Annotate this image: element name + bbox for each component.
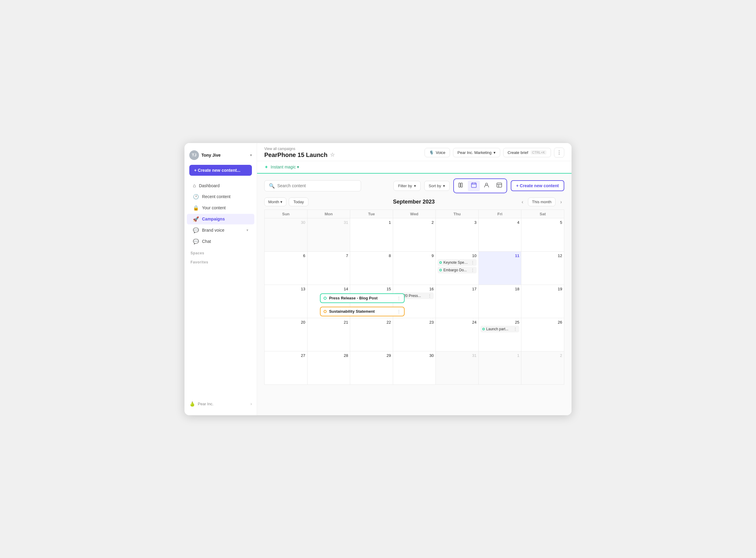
next-month-button[interactable]: › xyxy=(558,198,564,207)
svg-rect-0 xyxy=(459,183,460,187)
view-table-button[interactable] xyxy=(493,180,505,192)
filter-chevron-icon: ▾ xyxy=(414,184,416,188)
user-menu[interactable]: TJ Tony Jive ▾ xyxy=(184,148,257,165)
calendar-day: 28 xyxy=(307,351,350,384)
day-number: 9 xyxy=(395,253,434,258)
sidebar-item-recent-content[interactable]: 🕐 Recent content xyxy=(187,192,254,202)
day-number: 31 xyxy=(438,353,476,358)
view-toggle xyxy=(453,178,507,193)
breadcrumb[interactable]: View all campaigns xyxy=(264,147,335,151)
calendar-week-row: 27 28 29 30 31 1 2 xyxy=(265,351,564,384)
calendar-event[interactable]: Embargo Do... ⋮ xyxy=(438,267,476,273)
search-input[interactable] xyxy=(277,183,357,188)
prev-month-button[interactable]: ‹ xyxy=(519,198,526,207)
calendar-header-row: Sun Mon Tue Wed Thu Fri Sat xyxy=(265,210,564,218)
person-icon xyxy=(484,182,490,188)
view-person-button[interactable] xyxy=(480,180,493,192)
create-new-content-button[interactable]: + Create new content... xyxy=(189,165,252,176)
voice-button[interactable]: 🎙️ Voice xyxy=(424,148,450,157)
org-selector-button[interactable]: Pear Inc. Marketing ▾ xyxy=(453,148,500,157)
header-wed: Wed xyxy=(393,210,436,218)
filter-by-button[interactable]: Filter by ▾ xyxy=(393,181,420,191)
calendar-day: 31 xyxy=(307,218,350,251)
create-new-content-button[interactable]: + Create new content xyxy=(511,180,564,191)
day-number: 13 xyxy=(266,287,306,291)
sidebar-item-label: Your content xyxy=(202,205,226,210)
day-number: 26 xyxy=(523,320,562,325)
page-title-row: PearPhone 15 Launch ☆ xyxy=(264,152,335,158)
day-number: 17 xyxy=(438,287,476,291)
top-bar-left: View all campaigns PearPhone 15 Launch ☆ xyxy=(264,147,335,158)
day-number: 21 xyxy=(309,320,348,325)
sidebar-item-campaigns[interactable]: 🚀 Campaigns xyxy=(187,214,254,224)
day-number: 7 xyxy=(309,253,348,258)
sort-by-button[interactable]: Sort by ▾ xyxy=(424,181,450,191)
magic-bar: ✦ Instant magic ▾ xyxy=(257,161,572,174)
filter-label: Filter by xyxy=(398,184,412,188)
favorite-star-icon[interactable]: ☆ xyxy=(330,152,335,158)
event-more-icon[interactable]: ⋮ xyxy=(471,268,475,273)
day-number: 11 xyxy=(480,253,520,258)
sidebar-item-chat[interactable]: 💬 Chat xyxy=(187,236,254,247)
view-columns-button[interactable] xyxy=(455,180,467,192)
event-more-icon[interactable]: ⋮ xyxy=(397,309,401,314)
sort-label: Sort by xyxy=(429,184,441,188)
press-release-event[interactable]: Press Release - Blog Post ⋮ xyxy=(320,294,405,303)
workspace-name: Pear Inc. xyxy=(198,402,213,406)
header-sun: Sun xyxy=(265,210,308,218)
brand-voice-icon: 💬 xyxy=(193,227,199,233)
calendar-day: 30 xyxy=(265,218,308,251)
event-more-icon[interactable]: ⋮ xyxy=(471,260,475,265)
today-button[interactable]: Today xyxy=(289,198,309,206)
calendar-day: 22 xyxy=(350,318,393,351)
recent-icon: 🕐 xyxy=(193,194,199,200)
calendar-day: 23 xyxy=(393,318,436,351)
day-number: 6 xyxy=(266,253,306,258)
sidebar-item-your-content[interactable]: 🔒 Your content xyxy=(187,203,254,213)
view-calendar-button[interactable] xyxy=(468,180,480,192)
sidebar-item-dashboard[interactable]: ⌂ Dashboard xyxy=(187,181,254,191)
day-number: 8 xyxy=(352,253,391,258)
event-more-icon[interactable]: ⋮ xyxy=(397,296,401,301)
microphone-icon: 🎙️ xyxy=(429,150,434,155)
day-number: 12 xyxy=(523,253,562,258)
instant-magic-button[interactable]: Instant magic ▾ xyxy=(271,164,299,169)
create-brief-label: Create brief xyxy=(508,150,528,155)
day-number: 15 xyxy=(352,287,391,291)
username: Tony Jive xyxy=(201,153,221,157)
search-icon: 🔍 xyxy=(269,183,275,189)
event-label: Keynote Speech xyxy=(443,260,469,264)
calendar-day-today: 11 xyxy=(478,251,521,285)
calendar-day: 31 xyxy=(436,351,479,384)
event-label: Press Release - Blog Post xyxy=(329,296,394,300)
day-number: 1 xyxy=(480,353,520,358)
event-more-icon[interactable]: ⋮ xyxy=(513,327,517,331)
calendar-day: 15 Press Release - Blog Post ⋮ Sustainab… xyxy=(350,285,393,318)
calendar-week-row: 13 14 15 Press Release - Blog Post xyxy=(265,285,564,318)
sidebar-item-brand-voice[interactable]: 💬 Brand voice ▾ xyxy=(187,225,254,236)
calendar-wrap: Sun Mon Tue Wed Thu Fri Sat 30 31 1 xyxy=(257,210,572,415)
day-number: 31 xyxy=(309,220,348,225)
calendar-event[interactable]: Keynote Speech ⋮ xyxy=(438,259,476,266)
day-number: 20 xyxy=(266,320,306,325)
footer-chevron-icon: › xyxy=(251,401,252,406)
day-number: 16 xyxy=(395,287,434,291)
spaces-section: Spaces xyxy=(184,247,257,256)
calendar-day: 6 xyxy=(265,251,308,285)
calendar-month-title: September 2023 xyxy=(393,199,435,205)
create-brief-button[interactable]: Create brief CTRL+K xyxy=(503,148,551,157)
day-number: 4 xyxy=(480,220,520,225)
header-fri: Fri xyxy=(478,210,521,218)
main-content: View all campaigns PearPhone 15 Launch ☆… xyxy=(257,143,572,415)
more-options-button[interactable]: ⋮ xyxy=(554,148,564,157)
calendar-event[interactable]: Launch part... ⋮ xyxy=(480,326,520,332)
workspace-footer[interactable]: 🍐 Pear Inc. › xyxy=(184,398,257,410)
this-month-button[interactable]: This month xyxy=(528,198,555,206)
month-selector-button[interactable]: Month ▾ xyxy=(264,198,286,206)
sustainability-event[interactable]: Sustainability Statement ⋮ xyxy=(320,307,405,316)
day-number: 2 xyxy=(395,220,434,225)
search-box[interactable]: 🔍 xyxy=(264,180,361,192)
event-more-icon[interactable]: ⋮ xyxy=(427,294,432,298)
day-number: 14 xyxy=(309,287,348,291)
pear-icon: 🍐 xyxy=(189,401,195,407)
